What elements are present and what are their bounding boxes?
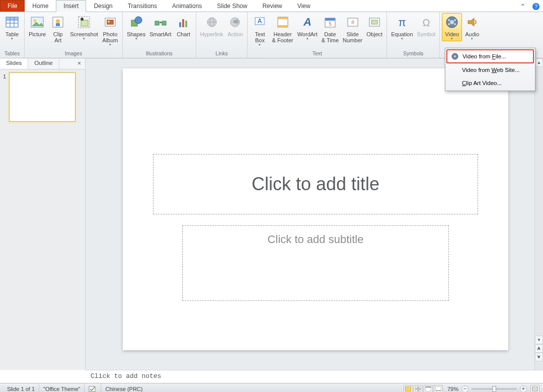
svg-rect-57 bbox=[405, 386, 411, 391]
svg-rect-58 bbox=[415, 386, 418, 388]
svg-rect-60 bbox=[415, 389, 418, 391]
next-slide-button[interactable]: ⮟ bbox=[535, 353, 543, 361]
workspace: Slides Outline × 1 Click to add title Cl… bbox=[0, 58, 543, 370]
photoalbum-button[interactable]: Photo Album ▾ bbox=[100, 13, 120, 47]
menu-video-from-web[interactable]: Video from Web Site... bbox=[446, 63, 534, 76]
subtitle-placeholder[interactable]: Click to add subtitle bbox=[182, 225, 449, 301]
clipart-label: Clip Art bbox=[53, 31, 63, 43]
chevron-down-icon: ▾ bbox=[471, 37, 473, 40]
tab-review[interactable]: Review bbox=[255, 0, 289, 12]
svg-point-55 bbox=[454, 55, 456, 57]
svg-text:A: A bbox=[303, 16, 312, 28]
screenshot-button[interactable]: Screenshot ▾ bbox=[68, 13, 100, 41]
zoom-percent[interactable]: 79% bbox=[447, 386, 458, 392]
svg-line-71 bbox=[535, 389, 536, 390]
picture-label: Picture bbox=[29, 31, 46, 37]
svg-point-50 bbox=[454, 19, 456, 21]
tab-slideshow[interactable]: Slide Show bbox=[209, 0, 255, 12]
svg-point-51 bbox=[448, 23, 450, 25]
view-reading-button[interactable] bbox=[424, 385, 433, 393]
svg-line-70 bbox=[533, 389, 534, 390]
zoom-slider-knob[interactable] bbox=[492, 386, 496, 392]
help-icon[interactable]: ? bbox=[529, 2, 543, 12]
datetime-button[interactable]: 5 Date & Time bbox=[320, 13, 341, 44]
svg-point-49 bbox=[448, 19, 450, 21]
file-tab[interactable]: File bbox=[0, 0, 25, 12]
picture-button[interactable]: Picture bbox=[27, 13, 48, 38]
svg-rect-17 bbox=[107, 20, 114, 25]
zoom-in-button[interactable]: + bbox=[520, 385, 527, 393]
slide-thumbnail-1[interactable] bbox=[9, 72, 75, 122]
view-sorter-button[interactable] bbox=[414, 385, 423, 393]
vertical-scrollbar[interactable]: ▲ ▼ ⮝ ⮟ bbox=[534, 58, 543, 370]
tab-slides[interactable]: Slides bbox=[0, 58, 28, 69]
equation-button[interactable]: π Equation ▾ bbox=[389, 13, 415, 41]
title-placeholder[interactable]: Click to add title bbox=[153, 154, 478, 214]
audio-button[interactable]: Audio ▾ bbox=[462, 13, 482, 41]
ribbon-minimize-caret[interactable]: ⌃ bbox=[517, 2, 529, 12]
svg-rect-64 bbox=[435, 386, 441, 390]
svg-rect-22 bbox=[162, 21, 166, 25]
view-slideshow-button[interactable] bbox=[434, 385, 443, 393]
slidenumber-button[interactable]: # Slide Number bbox=[341, 13, 364, 44]
svg-point-15 bbox=[81, 18, 84, 21]
svg-text:?: ? bbox=[534, 4, 537, 10]
thumbnail-row[interactable]: 1 bbox=[3, 72, 82, 122]
notes-pane[interactable]: Click to add notes bbox=[86, 370, 543, 383]
thumbnail-number: 1 bbox=[3, 72, 9, 80]
fit-to-window-button[interactable] bbox=[530, 385, 539, 393]
prev-slide-button[interactable]: ⮝ bbox=[535, 344, 543, 353]
slide-editor: Click to add title Click to add subtitle… bbox=[86, 58, 543, 370]
svg-point-9 bbox=[33, 19, 36, 22]
menu-video-from-file[interactable]: Video from File... bbox=[446, 49, 534, 63]
scroll-up-arrow-icon[interactable]: ▲ bbox=[535, 58, 543, 67]
slide-canvas[interactable]: Click to add title Click to add subtitle bbox=[123, 68, 508, 350]
menu-clip-art-video[interactable]: Clip Art Video... bbox=[446, 76, 534, 90]
table-button[interactable]: Table ▾ bbox=[2, 13, 22, 41]
hyperlink-icon bbox=[204, 14, 220, 30]
headerfooter-icon bbox=[275, 14, 291, 30]
status-slide-number[interactable]: Slide 1 of 1 bbox=[3, 383, 39, 392]
chevron-down-icon: ▾ bbox=[11, 37, 13, 40]
svg-text:Ω: Ω bbox=[422, 17, 430, 28]
chart-button[interactable]: Chart bbox=[174, 13, 194, 38]
status-language[interactable]: Chinese (PRC) bbox=[101, 383, 146, 392]
tab-insert[interactable]: Insert bbox=[56, 0, 86, 12]
scroll-down-arrow-icon[interactable]: ▼ bbox=[535, 336, 543, 344]
textbox-button[interactable]: A Text Box ▾ bbox=[250, 13, 270, 47]
svg-rect-39 bbox=[325, 18, 335, 21]
smartart-label: SmartArt bbox=[149, 31, 171, 37]
zoom-out-button[interactable]: − bbox=[461, 385, 469, 393]
svg-rect-61 bbox=[419, 389, 421, 391]
status-bar: Slide 1 of 1 "Office Theme" Chinese (PRC… bbox=[0, 383, 543, 392]
tab-view[interactable]: View bbox=[290, 0, 318, 12]
clipart-icon bbox=[50, 14, 66, 30]
wordart-button[interactable]: A WordArt ▾ bbox=[295, 13, 320, 41]
clipart-button[interactable]: Clip Art bbox=[48, 13, 68, 44]
svg-rect-36 bbox=[278, 25, 288, 27]
shapes-button[interactable]: Shapes ▾ bbox=[125, 13, 147, 41]
group-illustrations-label: Illustrations bbox=[125, 49, 194, 58]
datetime-icon: 5 bbox=[322, 14, 338, 30]
tab-animations[interactable]: Animations bbox=[165, 0, 209, 12]
headerfooter-button[interactable]: Header & Footer bbox=[270, 13, 295, 44]
svg-rect-26 bbox=[185, 21, 187, 27]
film-reel-icon bbox=[450, 52, 459, 60]
smartart-button[interactable]: SmartArt bbox=[147, 13, 173, 38]
slides-panel-tabs: Slides Outline × bbox=[0, 58, 85, 69]
tab-transitions[interactable]: Transitions bbox=[120, 0, 165, 12]
status-spellcheck[interactable] bbox=[85, 383, 101, 392]
status-theme[interactable]: "Office Theme" bbox=[39, 383, 85, 392]
view-normal-button[interactable] bbox=[404, 385, 413, 393]
action-icon bbox=[227, 14, 243, 30]
symbol-label: Symbol bbox=[417, 31, 436, 37]
tab-home[interactable]: Home bbox=[25, 0, 56, 12]
zoom-slider[interactable] bbox=[472, 388, 517, 390]
svg-point-48 bbox=[450, 20, 454, 24]
tab-outline[interactable]: Outline bbox=[28, 58, 59, 69]
svg-rect-67 bbox=[532, 387, 537, 391]
close-panel-button[interactable]: × bbox=[73, 58, 85, 69]
video-button[interactable]: Video ▾ bbox=[442, 13, 462, 41]
object-button[interactable]: Object bbox=[364, 13, 384, 38]
tab-design[interactable]: Design bbox=[86, 0, 120, 12]
